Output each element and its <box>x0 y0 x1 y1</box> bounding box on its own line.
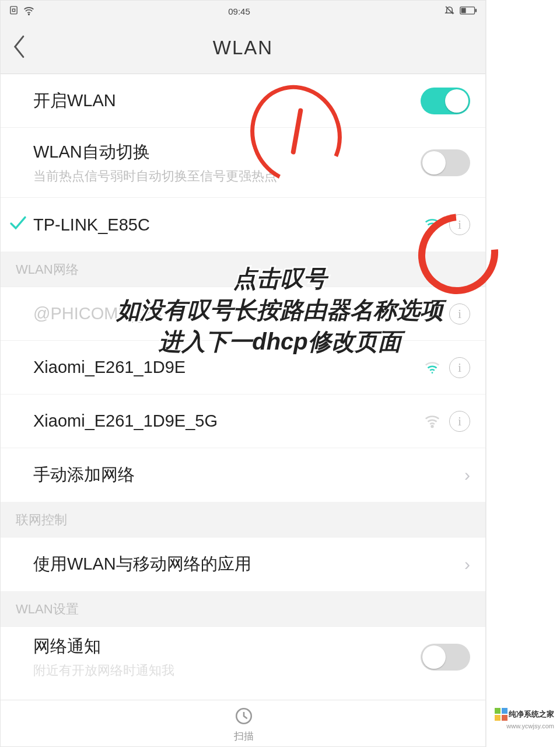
wifi-status-icon <box>23 5 34 18</box>
network-ssid: Xiaomi_E261_1D9E_5G <box>33 411 424 431</box>
watermark-url: www.ycwjsy.com <box>506 722 554 729</box>
row-sublabel: 当前热点信号弱时自动切换至信号更强热点 <box>33 167 421 185</box>
info-icon[interactable]: i <box>449 411 470 432</box>
scan-icon[interactable] <box>234 706 254 728</box>
svg-point-9 <box>432 372 433 374</box>
bell-icon <box>444 5 455 18</box>
row-notification[interactable]: 网络通知 附近有开放网络时通知我 <box>1 627 485 687</box>
status-bar: 09:45 <box>1 1 485 22</box>
svg-rect-1 <box>12 9 15 11</box>
chevron-right-icon: › <box>464 554 470 574</box>
row-network[interactable]: @PHICOMM_2A i <box>1 287 485 341</box>
row-network[interactable]: Xiaomi_E261_1D9E i <box>1 341 485 395</box>
row-manual-add[interactable]: 手动添加网络 › <box>1 448 485 502</box>
section-header-settings: WLAN设置 <box>1 591 485 627</box>
watermark-logo: 纯净系统之家 <box>495 708 554 721</box>
toggle-wlan[interactable] <box>421 88 470 114</box>
svg-rect-5 <box>461 8 466 13</box>
row-label: 使用WLAN与移动网络的应用 <box>33 553 464 576</box>
svg-rect-8 <box>435 314 440 319</box>
page-title: WLAN <box>213 37 273 59</box>
bottom-bar: 扫描 <box>1 700 486 746</box>
wifi-icon <box>424 304 441 324</box>
wifi-icon <box>424 411 441 431</box>
info-icon[interactable]: i <box>449 214 470 235</box>
toggle-auto-switch[interactable] <box>421 149 470 176</box>
row-label: WLAN自动切换 <box>33 141 421 164</box>
network-ssid: @PHICOMM_2A <box>33 304 424 323</box>
sim-icon <box>9 5 19 17</box>
svg-point-10 <box>432 425 433 427</box>
info-icon[interactable]: i <box>449 303 470 324</box>
status-time: 09:45 <box>228 6 250 16</box>
navbar: WLAN <box>1 22 485 74</box>
row-label: 网络通知 <box>33 635 421 658</box>
wifi-icon <box>424 358 441 378</box>
section-header-control: 联网控制 <box>1 502 485 537</box>
battery-icon <box>460 6 477 17</box>
chevron-right-icon: › <box>464 465 470 485</box>
connected-ssid: TP-LINK_E85C <box>33 215 424 235</box>
svg-rect-4 <box>475 9 477 12</box>
svg-point-2 <box>29 14 30 15</box>
row-label: 手动添加网络 <box>33 463 464 487</box>
scan-label[interactable]: 扫描 <box>234 729 254 743</box>
section-header-networks: WLAN网络 <box>1 252 485 287</box>
watermark-name: 纯净系统之家 <box>509 710 554 718</box>
svg-rect-0 <box>10 6 17 14</box>
row-label: 开启WLAN <box>33 89 421 113</box>
info-icon[interactable]: i <box>449 357 470 378</box>
back-button[interactable] <box>12 35 27 61</box>
toggle-notification[interactable] <box>421 644 470 671</box>
row-auto-switch[interactable]: WLAN自动切换 当前热点信号弱时自动切换至信号更强热点 <box>1 128 485 198</box>
row-enable-wlan[interactable]: 开启WLAN <box>1 74 485 128</box>
wifi-icon <box>424 215 441 235</box>
check-icon <box>9 214 27 235</box>
svg-point-6 <box>432 229 433 231</box>
row-connected-network[interactable]: TP-LINK_E85C i <box>1 198 485 252</box>
side-strip <box>486 0 560 747</box>
svg-point-7 <box>432 318 433 320</box>
row-app-control[interactable]: 使用WLAN与移动网络的应用 › <box>1 537 485 591</box>
row-network[interactable]: Xiaomi_E261_1D9E_5G i <box>1 395 485 448</box>
row-sublabel: 附近有开放网络时通知我 <box>33 662 421 679</box>
network-ssid: Xiaomi_E261_1D9E <box>33 358 424 377</box>
